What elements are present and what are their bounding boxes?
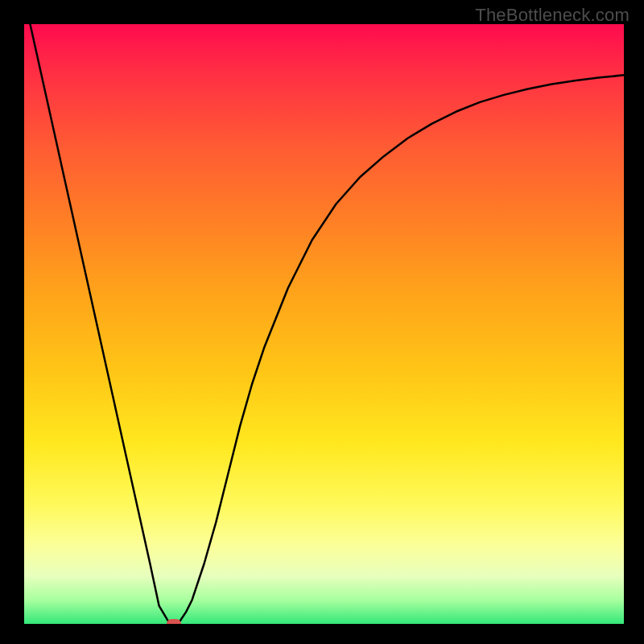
chart-frame: TheBottleneck.com xyxy=(0,0,644,644)
watermark-text: TheBottleneck.com xyxy=(475,5,630,26)
plot-area xyxy=(24,24,624,624)
curve-svg xyxy=(24,24,624,624)
bottleneck-curve xyxy=(30,24,624,624)
optimum-marker xyxy=(167,619,181,624)
